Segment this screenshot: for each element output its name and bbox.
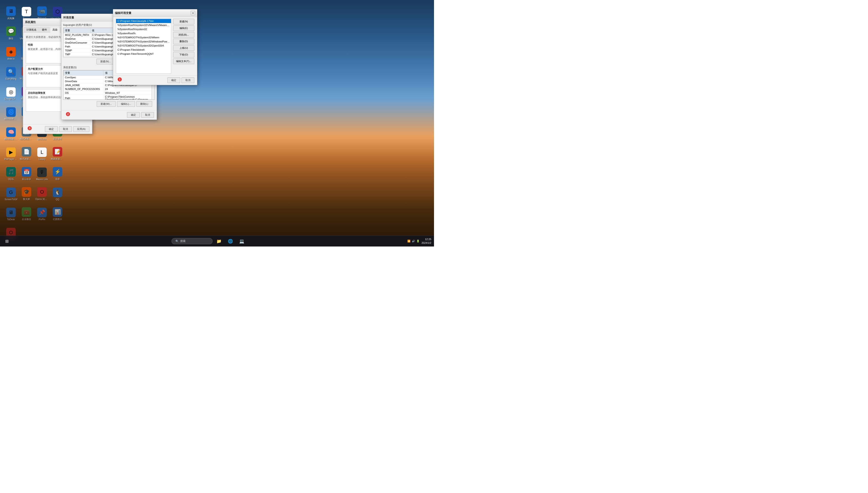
env-vars-ok-btn[interactable]: 确定: [127, 112, 140, 118]
desktop-icon-icon-20[interactable]: 🌀 Microsoft Edge: [4, 105, 18, 123]
edit-env-window: 编辑环境变量 ✕ C:\Program Files\Java\jdk-17\bi…: [113, 9, 197, 85]
desktop-icon-icon-32[interactable]: 🎵 QQ乐: [4, 165, 18, 183]
taskbar-apps-btn[interactable]: 💻: [237, 237, 247, 246]
edit-env-item[interactable]: C:\Program Files\dotnet\: [116, 48, 171, 52]
sys-props-apply-btn[interactable]: 应用(A): [73, 126, 89, 132]
edit-env-badge: 1: [118, 78, 122, 82]
edit-env-item[interactable]: %SystemRoot%: [116, 31, 171, 35]
tab-computer-name[interactable]: 计算机名: [24, 27, 39, 33]
icon-img-icon-1: T: [22, 7, 31, 17]
desktop-icon-icon-39[interactable]: 🐧 QQ: [51, 185, 64, 203]
edit-env-item[interactable]: C:\Program Files\Java\jdk-17\bin: [116, 19, 171, 23]
sys-var-row[interactable]: NUMBER_OF_PROCESSORS24: [64, 87, 155, 91]
desktop-icon-icon-33[interactable]: 📅 金山会议: [20, 165, 33, 183]
icon-img-icon-16: ◎: [6, 87, 16, 97]
search-placeholder: 搜索: [180, 239, 186, 243]
sys-var-row[interactable]: PathC:\Program Files\Common Files\Oracle…: [64, 95, 155, 100]
edit-env-btn-编辑文本(T)...[interactable]: 编辑文本(T)...: [173, 59, 194, 64]
taskbar-browser-btn[interactable]: 🌐: [225, 237, 235, 246]
sys-var-name: Path: [64, 95, 104, 100]
desktop-icon-icon-0[interactable]: 🖥 此电脑: [4, 4, 18, 22]
sys-props-bottom-btns: 3 确定 取消 应用(A): [23, 124, 92, 134]
icon-label-icon-43: 亿图图示: [53, 218, 62, 221]
env-vars-badge: 2: [66, 112, 70, 116]
sys-vars-btns: 新建(W)... 编辑(L)... 删除(L): [66, 101, 152, 107]
edit-env-controls: ✕: [191, 11, 195, 15]
sys-vars-new-btn[interactable]: 新建(W)...: [97, 101, 116, 107]
tab-advanced[interactable]: 高级: [50, 27, 60, 33]
desktop-icon-icon-40[interactable]: 🖥 ToDesk: [4, 205, 18, 223]
sys-props-cancel-btn[interactable]: 取消: [59, 126, 72, 132]
edit-env-item[interactable]: %SYSTEMROOT%\System32\WindowsPowerShell\…: [116, 40, 171, 44]
edit-env-ok-btn[interactable]: 确定: [167, 78, 180, 83]
edit-env-close-btn[interactable]: ✕: [191, 11, 195, 15]
desktop-icon-icon-38[interactable]: O Opera 浏览器: [35, 185, 49, 203]
edit-env-btn-上移(U)[interactable]: 上移(U): [173, 45, 194, 51]
desktop-icon-icon-36[interactable]: G ScreenToGif: [4, 185, 18, 203]
taskbar-left: ⊞: [0, 237, 14, 246]
desktop-icon-icon-34[interactable]: 🎙 Maono Link: [35, 165, 49, 183]
desktop-icon-icon-37[interactable]: 🎓 鲁大师: [20, 185, 33, 203]
icon-label-icon-31: 网易有道翻译: [51, 157, 64, 161]
desktop: 🖥 此电脑 T Typora 📹 腾讯会议 ⬡ Visual Studio Co…: [0, 0, 434, 246]
search-bar[interactable]: 🔍 搜索: [172, 238, 212, 244]
sys-tray: 📶 🔊 🔋: [407, 240, 420, 243]
tab-hardware[interactable]: 硬件: [40, 27, 49, 33]
desktop-icon-icon-41[interactable]: 💼 企业微信: [20, 205, 33, 223]
edit-env-cancel-btn[interactable]: 取消: [182, 78, 194, 83]
icon-img-icon-35: ⚡: [53, 167, 62, 177]
icon-label-icon-4: 微信: [9, 37, 13, 40]
edit-env-item[interactable]: %SystemRoot%\system32\VMware\VMware Work…: [116, 23, 171, 27]
sys-props-ok-btn[interactable]: 确定: [45, 126, 58, 132]
taskbar-right: 📶 🔊 🔋 12:25 2024/1/2: [405, 238, 434, 245]
desktop-icon-icon-29[interactable]: 📄 格式浏览大师: [20, 145, 33, 163]
desktop-icon-icon-12[interactable]: 🔍 Everything: [4, 64, 18, 83]
taskbar-file-explorer-btn[interactable]: 📁: [214, 237, 224, 246]
edit-env-item[interactable]: %SYSTEMROOT%\System32\Wbem: [116, 35, 171, 40]
edit-env-item[interactable]: C:\Program Files\Tencent\QQNT: [116, 52, 171, 56]
desktop-icon-icon-43[interactable]: 📊 亿图图示: [51, 205, 64, 223]
edit-env-list[interactable]: C:\Program Files\Java\jdk-17\bin%SystemR…: [116, 19, 171, 73]
edit-env-item[interactable]: %SystemRoot%\system32: [116, 27, 171, 31]
icon-img-icon-39: 🐧: [53, 188, 62, 197]
icon-label-icon-25: 格式浏览大师: [20, 137, 33, 141]
desktop-icon-icon-4[interactable]: 💬 微信: [4, 24, 18, 42]
start-button[interactable]: ⊞: [2, 237, 12, 246]
desktop-icon-icon-28[interactable]: ▶ PotPlayer 64 bit: [4, 145, 18, 163]
sys-props-title: 系统属性: [25, 20, 36, 24]
edit-env-btn-删除(D)[interactable]: 删除(D): [173, 39, 194, 44]
sys-var-name: NUMBER_OF_PROCESSORS: [64, 87, 104, 91]
icon-img-icon-0: 🖥: [6, 6, 16, 16]
desktop-icon-icon-30[interactable]: L Listary: [35, 145, 49, 163]
search-icon: 🔍: [175, 240, 179, 243]
icon-label-icon-0: 此电脑: [7, 17, 14, 20]
sys-col-var: 变量: [64, 70, 104, 76]
env-vars-cancel-btn[interactable]: 取消: [141, 112, 154, 118]
edit-env-btn-下移(O)[interactable]: 下移(O): [173, 52, 194, 58]
sys-vars-delete-btn[interactable]: 删除(L): [136, 101, 152, 107]
icon-label-icon-42: PixPin: [39, 218, 45, 221]
network-icon: 📶: [407, 240, 411, 243]
sys-var-val: Windows_NT: [104, 91, 155, 95]
desktop-icon-icon-42[interactable]: 📌 PixPin: [35, 205, 49, 223]
sys-var-row[interactable]: OSWindows_NT: [64, 91, 155, 95]
icon-label-icon-12: Everything: [5, 78, 16, 80]
icon-img-icon-31: 📝: [53, 147, 62, 156]
sys-vars-edit-btn[interactable]: 编辑(L)...: [117, 101, 135, 107]
desktop-icon-icon-24[interactable]: 🧠 MindMap...23: [4, 125, 18, 143]
icon-label-icon-35: 迅雷: [55, 177, 60, 181]
edit-env-item[interactable]: %SYSTEMROOT%\System32\OpenSSH\: [116, 44, 171, 48]
icon-img-icon-29: 📄: [22, 147, 31, 156]
icon-img-icon-43: 📊: [53, 207, 62, 217]
edit-env-titlebar[interactable]: 编辑环境变量 ✕: [113, 9, 197, 17]
user-vars-new-btn[interactable]: 新建(N)...: [96, 59, 115, 64]
edit-env-btn-编辑(E)[interactable]: 编辑(E): [173, 25, 194, 31]
edit-env-btn-浏览(B)...[interactable]: 浏览(B)...: [173, 32, 194, 38]
desktop-icon-icon-8[interactable]: ◈ draw.io: [4, 44, 18, 63]
battery-icon: 🔋: [416, 240, 420, 243]
sys-var-name: DriverData: [64, 80, 104, 83]
edit-env-btn-新建(N)[interactable]: 新建(N): [173, 19, 194, 24]
desktop-icon-icon-31[interactable]: 📝 网易有道翻译: [51, 145, 64, 163]
desktop-icon-icon-16[interactable]: ◎ Google Chrome: [4, 84, 18, 103]
desktop-icon-icon-35[interactable]: ⚡ 迅雷: [51, 165, 64, 183]
